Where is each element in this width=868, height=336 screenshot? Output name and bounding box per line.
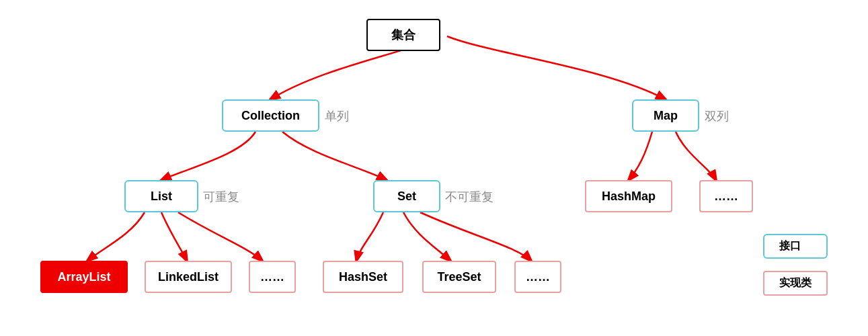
linkedlist-node: LinkedList <box>145 261 232 293</box>
arraylist-label: ArrayList <box>57 270 110 284</box>
root-label: 集合 <box>391 27 416 43</box>
collection-label: Collection <box>241 109 300 123</box>
treeset-node: TreeSet <box>422 261 496 293</box>
list-label: List <box>151 190 172 204</box>
hashmap-label: HashMap <box>602 190 656 204</box>
legend-interface-label: 接口 <box>779 240 801 251</box>
dots-map-node: …… <box>699 180 753 212</box>
root-node: 集合 <box>366 19 440 51</box>
dots-set-node: …… <box>514 261 561 293</box>
list-desc: 可重复 <box>203 189 239 205</box>
linkedlist-label: LinkedList <box>158 270 219 284</box>
dots-list-node: …… <box>249 261 296 293</box>
hashset-node: HashSet <box>323 261 403 293</box>
hashmap-node: HashMap <box>585 180 672 212</box>
dots-set-label: …… <box>526 270 550 284</box>
dots-list-label: …… <box>260 270 284 284</box>
arraylist-node: ArrayList <box>40 261 128 293</box>
treeset-label: TreeSet <box>437 270 481 284</box>
legend-impl-label: 实现类 <box>779 277 812 288</box>
list-node: List <box>124 180 198 212</box>
set-node: Set <box>373 180 440 212</box>
legend-interface: 接口 <box>763 234 828 259</box>
map-desc: 双列 <box>705 108 729 124</box>
dots-map-label: …… <box>714 190 738 204</box>
legend-impl: 实现类 <box>763 271 828 296</box>
map-label: Map <box>654 109 678 123</box>
diagram: 集合 Collection 单列 Map 双列 List 可重复 Set 不可重… <box>0 0 868 336</box>
set-desc: 不可重复 <box>445 189 494 205</box>
hashset-label: HashSet <box>339 270 387 284</box>
map-node: Map <box>632 99 699 132</box>
collection-node: Collection <box>222 99 319 132</box>
set-label: Set <box>397 190 416 204</box>
legend: 接口 实现类 <box>763 234 828 296</box>
collection-desc: 单列 <box>325 108 349 124</box>
